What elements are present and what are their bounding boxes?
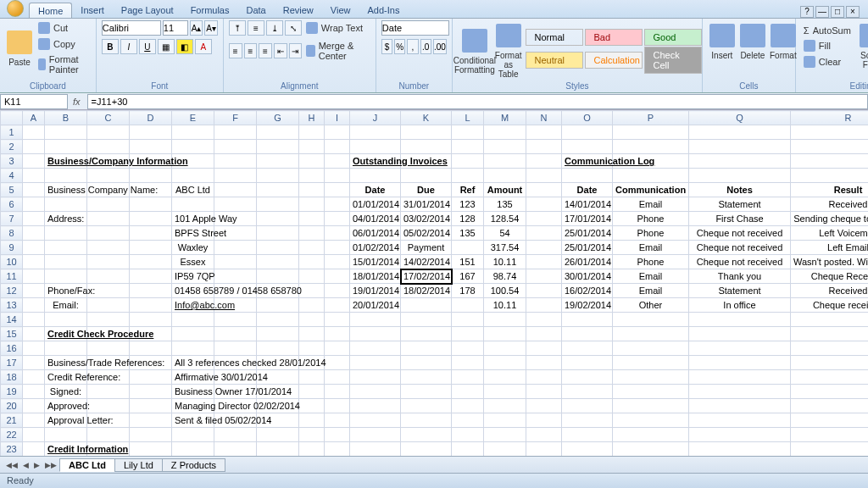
sheet-nav-prev[interactable]: ◀ [20, 461, 31, 469]
spreadsheet-grid[interactable]: ABCDEFGHIJKLMNOPQRSTU123Business/Company… [0, 110, 868, 456]
cell-C1[interactable] [87, 125, 130, 140]
col-header-P[interactable]: P [613, 111, 689, 125]
close-icon[interactable]: × [846, 6, 860, 18]
align-middle-button[interactable]: ≡ [248, 20, 264, 36]
cell-D20[interactable] [130, 399, 172, 413]
cell-P10[interactable]: Phone [613, 255, 689, 269]
cell-B20[interactable]: Approved: [45, 399, 87, 413]
cell-F1[interactable] [214, 125, 257, 140]
cell-P20[interactable] [613, 399, 689, 413]
col-header-F[interactable]: F [214, 111, 257, 125]
cell-I16[interactable] [325, 341, 350, 356]
cell-F14[interactable] [214, 313, 257, 327]
tab-review[interactable]: Review [275, 3, 322, 18]
row-header-2[interactable]: 2 [1, 140, 23, 154]
cell-H10[interactable] [299, 255, 325, 269]
cell-B21[interactable]: Approval Letter: [45, 413, 87, 428]
cell-P8[interactable]: Phone [613, 226, 689, 241]
cell-K1[interactable] [401, 125, 452, 140]
help-icon[interactable]: ? [800, 6, 814, 18]
cut-button[interactable]: Cut [36, 20, 91, 36]
row-header-5[interactable]: 5 [1, 183, 23, 197]
cell-R22[interactable] [791, 428, 869, 442]
cell-K6[interactable]: 31/01/2014 [401, 197, 452, 212]
cell-C13[interactable] [87, 298, 130, 313]
cell-I5[interactable] [325, 183, 350, 197]
cell-O8[interactable]: 25/01/2014 [562, 226, 613, 241]
formula-input[interactable] [87, 94, 868, 109]
cell-N22[interactable] [526, 428, 562, 442]
cell-C9[interactable] [87, 241, 130, 255]
cell-F16[interactable] [214, 341, 257, 356]
align-top-button[interactable]: ⤒ [229, 20, 246, 36]
cell-H9[interactable] [299, 241, 325, 255]
cell-P5[interactable]: Communication [613, 183, 689, 197]
cell-Q10[interactable]: Cheque not received [689, 255, 791, 269]
cell-F4[interactable] [214, 169, 257, 183]
cell-B3[interactable]: Business/Company Information [45, 154, 87, 169]
row-header-15[interactable]: 15 [1, 327, 23, 341]
cell-Q1[interactable] [689, 125, 791, 140]
cell-N11[interactable] [526, 269, 562, 284]
cell-E11[interactable]: IP59 7QP [172, 269, 214, 284]
minimize-icon[interactable]: — [815, 6, 829, 18]
cell-N5[interactable] [526, 183, 562, 197]
row-header-16[interactable]: 16 [1, 341, 23, 356]
row-header-14[interactable]: 14 [1, 313, 23, 327]
cell-C4[interactable] [87, 169, 130, 183]
cell-J14[interactable] [350, 313, 401, 327]
cell-J5[interactable]: Date [350, 183, 401, 197]
cell-L8[interactable]: 135 [452, 226, 484, 241]
cell-M15[interactable] [484, 327, 526, 341]
cell-L11[interactable]: 167 [452, 269, 484, 284]
cell-R15[interactable] [791, 327, 869, 341]
cell-C19[interactable] [87, 385, 130, 399]
cell-B4[interactable] [45, 169, 87, 183]
cell-B18[interactable]: Credit Reference: [45, 370, 87, 385]
cell-F23[interactable] [214, 442, 257, 457]
cell-R18[interactable] [791, 370, 869, 385]
cell-D8[interactable] [130, 226, 172, 241]
col-header-L[interactable]: L [452, 111, 484, 125]
cell-E18[interactable]: Affirmative 30/01/2014 [172, 370, 214, 385]
cell-K7[interactable]: 03/02/2014 [401, 212, 452, 226]
cell-R21[interactable] [791, 413, 869, 428]
cell-C20[interactable] [87, 399, 130, 413]
cell-J4[interactable] [350, 169, 401, 183]
cell-Q16[interactable] [689, 341, 791, 356]
cell-B2[interactable] [45, 140, 87, 154]
cell-C16[interactable] [87, 341, 130, 356]
cell-K9[interactable]: Payment [401, 241, 452, 255]
cell-R17[interactable] [791, 356, 869, 370]
sheet-nav-first[interactable]: ◀◀ [3, 461, 20, 469]
cell-M6[interactable]: 135 [484, 197, 526, 212]
cell-O10[interactable]: 26/01/2014 [562, 255, 613, 269]
cell-P4[interactable] [613, 169, 689, 183]
style-normal[interactable]: Normal [526, 29, 583, 46]
currency-button[interactable]: $ [381, 39, 392, 54]
cell-N4[interactable] [526, 169, 562, 183]
cell-M8[interactable]: 54 [484, 226, 526, 241]
cell-F2[interactable] [214, 140, 257, 154]
cell-A16[interactable] [23, 341, 45, 356]
cell-O12[interactable]: 16/02/2014 [562, 284, 613, 298]
cell-N17[interactable] [526, 356, 562, 370]
cell-O23[interactable] [562, 442, 613, 457]
cell-K2[interactable] [401, 140, 452, 154]
italic-button[interactable]: I [120, 39, 137, 54]
cell-D18[interactable] [130, 370, 172, 385]
cell-I9[interactable] [325, 241, 350, 255]
cell-E22[interactable] [172, 428, 214, 442]
cell-L9[interactable] [452, 241, 484, 255]
cell-L7[interactable]: 128 [452, 212, 484, 226]
cell-B1[interactable] [45, 125, 87, 140]
cell-M2[interactable] [484, 140, 526, 154]
cell-E21[interactable]: Sent & filed 05/02/2014 [172, 413, 214, 428]
cell-N18[interactable] [526, 370, 562, 385]
cell-L3[interactable] [452, 154, 484, 169]
grow-font-button[interactable]: A▴ [190, 20, 203, 36]
cell-J16[interactable] [350, 341, 401, 356]
cell-N8[interactable] [526, 226, 562, 241]
row-header-4[interactable]: 4 [1, 169, 23, 183]
cell-E7[interactable]: 101 Apple Way [172, 212, 214, 226]
